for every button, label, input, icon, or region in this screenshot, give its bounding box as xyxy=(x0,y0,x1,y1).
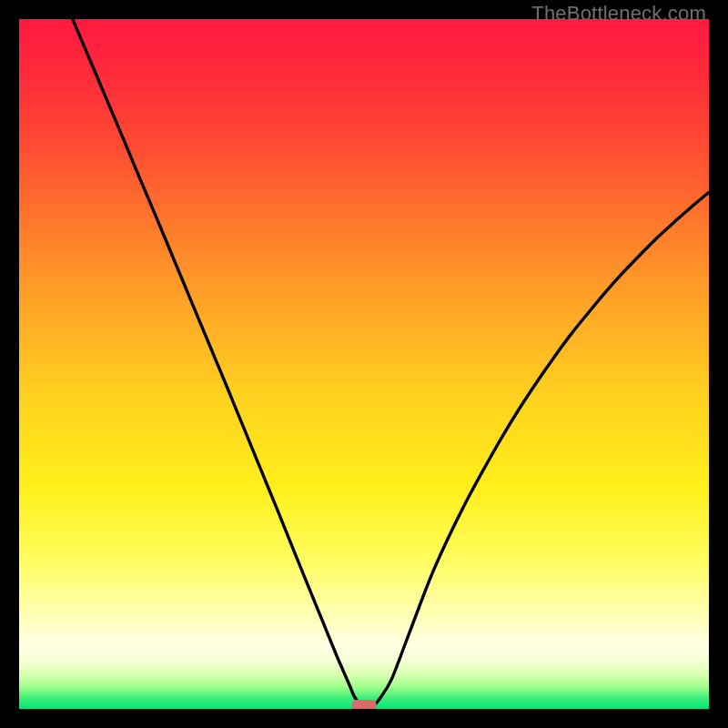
minimum-marker xyxy=(351,700,376,709)
watermark-text: TheBottleneck.com xyxy=(531,2,706,25)
plot-area xyxy=(19,19,709,709)
bottleneck-curve xyxy=(19,19,709,709)
chart-frame: TheBottleneck.com xyxy=(0,0,728,728)
